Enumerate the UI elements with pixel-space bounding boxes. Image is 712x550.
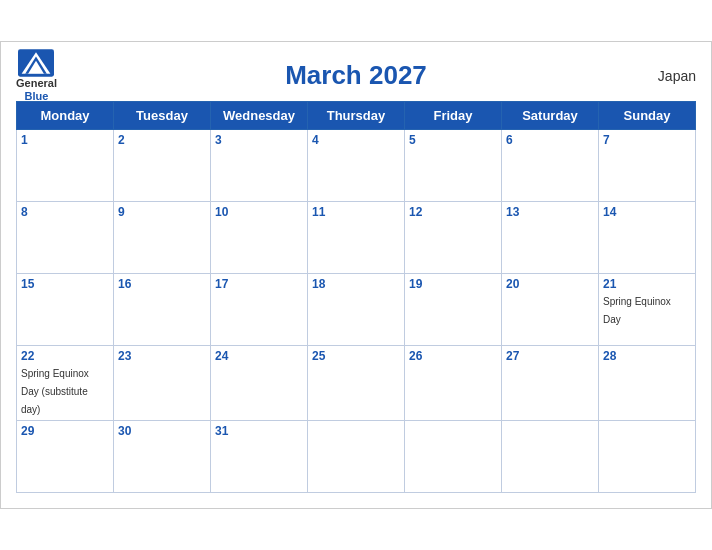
day-number: 2 — [118, 133, 206, 147]
day-number: 28 — [603, 349, 691, 363]
day-number: 23 — [118, 349, 206, 363]
calendar-day-cell: 17 — [211, 274, 308, 346]
day-number: 17 — [215, 277, 303, 291]
calendar-day-cell: 14 — [599, 202, 696, 274]
calendar-day-cell: 7 — [599, 130, 696, 202]
calendar-week-row: 293031 — [17, 421, 696, 493]
calendar-day-cell: 6 — [502, 130, 599, 202]
day-number: 29 — [21, 424, 109, 438]
day-number: 11 — [312, 205, 400, 219]
calendar-day-cell: 3 — [211, 130, 308, 202]
header-friday: Friday — [405, 102, 502, 130]
calendar-day-cell — [599, 421, 696, 493]
logo-general-text: General — [16, 77, 57, 89]
calendar-day-cell: 30 — [114, 421, 211, 493]
calendar-day-cell: 27 — [502, 346, 599, 421]
calendar-day-cell: 10 — [211, 202, 308, 274]
calendar-day-cell: 28 — [599, 346, 696, 421]
header-wednesday: Wednesday — [211, 102, 308, 130]
calendar-title: March 2027 — [285, 60, 427, 91]
calendar-day-cell: 22Spring Equinox Day (substitute day) — [17, 346, 114, 421]
day-number: 21 — [603, 277, 691, 291]
day-number: 16 — [118, 277, 206, 291]
calendar-day-cell: 16 — [114, 274, 211, 346]
day-number: 26 — [409, 349, 497, 363]
day-number: 6 — [506, 133, 594, 147]
logo: General Blue — [16, 49, 57, 101]
day-number: 12 — [409, 205, 497, 219]
calendar-day-cell: 24 — [211, 346, 308, 421]
header-tuesday: Tuesday — [114, 102, 211, 130]
day-number: 7 — [603, 133, 691, 147]
calendar-day-cell: 1 — [17, 130, 114, 202]
calendar-day-cell: 2 — [114, 130, 211, 202]
calendar-day-cell: 15 — [17, 274, 114, 346]
logo-blue-text: Blue — [25, 90, 49, 102]
calendar-header: General Blue March 2027 Japan — [16, 52, 696, 97]
day-number: 24 — [215, 349, 303, 363]
calendar-week-row: 891011121314 — [17, 202, 696, 274]
day-number: 13 — [506, 205, 594, 219]
day-number: 4 — [312, 133, 400, 147]
calendar-day-cell — [405, 421, 502, 493]
calendar-day-cell: 12 — [405, 202, 502, 274]
day-number: 10 — [215, 205, 303, 219]
calendar-week-row: 1234567 — [17, 130, 696, 202]
day-number: 15 — [21, 277, 109, 291]
header-thursday: Thursday — [308, 102, 405, 130]
calendar-day-cell: 8 — [17, 202, 114, 274]
day-number: 20 — [506, 277, 594, 291]
calendar-day-cell: 20 — [502, 274, 599, 346]
calendar-day-cell: 4 — [308, 130, 405, 202]
calendar-day-cell — [502, 421, 599, 493]
day-number: 14 — [603, 205, 691, 219]
day-number: 25 — [312, 349, 400, 363]
header-sunday: Sunday — [599, 102, 696, 130]
calendar-day-cell: 21Spring Equinox Day — [599, 274, 696, 346]
header-saturday: Saturday — [502, 102, 599, 130]
calendar-day-cell: 31 — [211, 421, 308, 493]
holiday-label: Spring Equinox Day (substitute day) — [21, 368, 89, 415]
day-number: 22 — [21, 349, 109, 363]
day-number: 3 — [215, 133, 303, 147]
calendar-day-cell: 23 — [114, 346, 211, 421]
day-number: 1 — [21, 133, 109, 147]
calendar-day-cell: 11 — [308, 202, 405, 274]
calendar-day-cell: 13 — [502, 202, 599, 274]
calendar-table: Monday Tuesday Wednesday Thursday Friday… — [16, 101, 696, 493]
day-number: 5 — [409, 133, 497, 147]
day-number: 8 — [21, 205, 109, 219]
country-label: Japan — [658, 68, 696, 84]
calendar-day-cell: 29 — [17, 421, 114, 493]
calendar-day-cell: 5 — [405, 130, 502, 202]
weekday-header-row: Monday Tuesday Wednesday Thursday Friday… — [17, 102, 696, 130]
day-number: 19 — [409, 277, 497, 291]
calendar-day-cell: 25 — [308, 346, 405, 421]
holiday-label: Spring Equinox Day — [603, 296, 671, 325]
day-number: 18 — [312, 277, 400, 291]
header-monday: Monday — [17, 102, 114, 130]
day-number: 31 — [215, 424, 303, 438]
day-number: 27 — [506, 349, 594, 363]
calendar-container: General Blue March 2027 Japan Monday Tue… — [0, 41, 712, 509]
calendar-day-cell: 19 — [405, 274, 502, 346]
day-number: 9 — [118, 205, 206, 219]
calendar-day-cell — [308, 421, 405, 493]
calendar-week-row: 15161718192021Spring Equinox Day — [17, 274, 696, 346]
calendar-day-cell: 18 — [308, 274, 405, 346]
calendar-day-cell: 9 — [114, 202, 211, 274]
day-number: 30 — [118, 424, 206, 438]
calendar-day-cell: 26 — [405, 346, 502, 421]
calendar-week-row: 22Spring Equinox Day (substitute day)232… — [17, 346, 696, 421]
